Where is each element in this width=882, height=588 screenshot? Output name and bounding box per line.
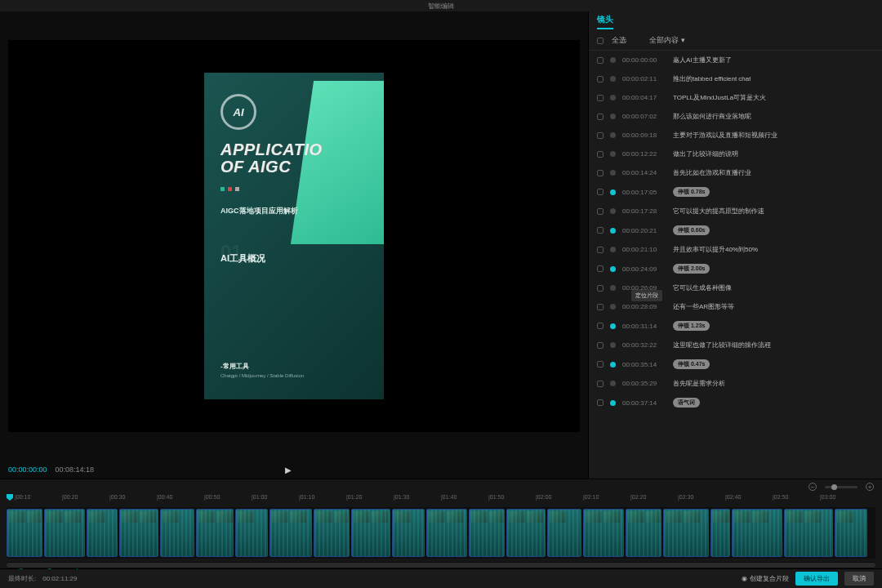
- slide-subtitle: AIGC落地项目应用解析: [220, 206, 368, 216]
- compound-clip-option[interactable]: ◉ 创建复合片段: [742, 574, 789, 583]
- segment-entry[interactable]: 00:00:20:21停顿 0.60s: [589, 220, 882, 240]
- entry-timecode: 00:00:31:14: [622, 323, 666, 330]
- entry-checkbox[interactable]: [597, 132, 604, 139]
- entry-checkbox[interactable]: [597, 399, 604, 406]
- entry-checkbox[interactable]: [597, 227, 604, 234]
- segment-entry[interactable]: 00:00:02:11推出的tabbed efficient chat: [589, 69, 882, 88]
- timeline-clip[interactable]: [732, 509, 782, 557]
- timeline-ruler[interactable]: |00:10|00:20|00:30|00:40|00:50|01:00|01:…: [0, 494, 882, 506]
- play-button[interactable]: ▶: [285, 466, 292, 474]
- entry-checkbox[interactable]: [597, 170, 604, 176]
- timeline-scrollbar[interactable]: [7, 562, 875, 568]
- segment-entry[interactable]: 00:00:31:14停顿 1.23s: [589, 316, 882, 336]
- pause-pill: 语气词: [673, 398, 700, 408]
- entry-timecode: 00:00:17:05: [622, 189, 666, 196]
- segment-entry[interactable]: 00:00:04:17TOPLL及MindJustLa可算是大火: [589, 88, 882, 107]
- segment-entry[interactable]: 00:00:14:24首先比如在游戏和直播行业: [589, 163, 882, 182]
- timeline-clip[interactable]: [351, 509, 390, 557]
- timeline-clip[interactable]: [426, 509, 467, 557]
- timeline-track[interactable]: VID_20230410_190854.mp4 00:03:4.15: [7, 507, 875, 559]
- timeline-clip[interactable]: [235, 509, 268, 557]
- ruler-tick: |01:20: [346, 494, 362, 500]
- entry-timecode: 00:00:35:29: [622, 380, 666, 387]
- segment-entry[interactable]: 00:00:07:02那么该如何进行商业落地呢: [589, 107, 882, 126]
- timeline-clip[interactable]: [547, 509, 581, 557]
- playhead[interactable]: [7, 494, 13, 501]
- ruler-tick: |00:10: [15, 494, 30, 500]
- zoom-out-button[interactable]: −: [808, 483, 817, 491]
- confirm-export-button[interactable]: 确认导出: [795, 572, 838, 586]
- ruler-tick: |02:30: [678, 494, 693, 500]
- timeline-clip[interactable]: [119, 509, 158, 557]
- segment-entry[interactable]: 00:00:28:09还有一些AR图形等等定位片段: [589, 297, 882, 316]
- entry-checkbox[interactable]: [597, 285, 604, 292]
- entry-timecode: 00:00:07:02: [622, 113, 666, 120]
- segment-entry[interactable]: 00:00:12:22做出了比较详细的说明: [589, 145, 882, 163]
- timeline-clip[interactable]: [626, 509, 662, 557]
- status-dot: [610, 247, 616, 252]
- entry-checkbox[interactable]: [597, 247, 604, 253]
- entry-text: 嘉人AI主播又更新了: [673, 56, 732, 65]
- status-dot: [610, 151, 616, 157]
- timeline-clip[interactable]: [314, 509, 350, 557]
- segment-entry[interactable]: 00:00:17:05停顿 0.78s: [589, 182, 882, 202]
- segment-entry[interactable]: 00:00:35:29首先呢是需求分析: [589, 374, 882, 393]
- titlebar: 智能编辑: [0, 0, 882, 11]
- entry-checkbox[interactable]: [597, 323, 604, 329]
- section-title: AI工具概况: [220, 252, 368, 265]
- timeline-clip[interactable]: [270, 509, 312, 557]
- entry-checkbox[interactable]: [597, 76, 604, 82]
- timeline-clip[interactable]: [710, 509, 730, 557]
- timeline-clip[interactable]: [196, 509, 234, 557]
- entries-list[interactable]: 00:00:00:00嘉人AI主播又更新了00:00:02:11推出的tabbe…: [589, 51, 882, 479]
- status-dot: [610, 381, 616, 386]
- entry-checkbox[interactable]: [597, 57, 604, 64]
- zoom-slider[interactable]: [825, 486, 858, 488]
- segment-entry[interactable]: 00:00:37:14语气词: [589, 393, 882, 412]
- timeline-clip[interactable]: [506, 509, 546, 557]
- entry-text: 首先呢是需求分析: [673, 379, 725, 388]
- entry-checkbox[interactable]: [597, 151, 604, 158]
- status-dot: [610, 189, 616, 195]
- entry-checkbox[interactable]: [597, 208, 604, 215]
- segment-entry[interactable]: 00:00:24:09停顿 2.00s: [589, 259, 882, 278]
- segment-entry[interactable]: 00:00:00:00嘉人AI主播又更新了: [589, 51, 882, 69]
- timeline-clip[interactable]: [469, 509, 505, 557]
- entry-checkbox[interactable]: [597, 114, 604, 120]
- entry-text: 并且效率可以提升40%到50%: [673, 245, 758, 254]
- entry-checkbox[interactable]: [597, 265, 604, 272]
- cancel-button[interactable]: 取消: [844, 572, 874, 586]
- entry-checkbox[interactable]: [597, 342, 604, 349]
- timeline-clip[interactable]: [784, 509, 833, 557]
- select-all-checkbox[interactable]: [597, 38, 604, 44]
- status-dot: [610, 208, 616, 214]
- video-canvas[interactable]: AI APPLICATIO OF AIGC AIGC落地项目应用解析 01 AI…: [8, 40, 580, 432]
- timeline-clip[interactable]: [835, 509, 867, 557]
- app-title: 智能编辑: [428, 2, 454, 11]
- segment-entry[interactable]: 00:00:17:28它可以提大的提高原型的制作速: [589, 202, 882, 220]
- entry-text: 首先比如在游戏和直播行业: [673, 168, 751, 177]
- entry-checkbox[interactable]: [597, 304, 604, 310]
- timeline-clip[interactable]: [7, 509, 42, 557]
- zoom-in-button[interactable]: +: [866, 483, 874, 491]
- segment-entry[interactable]: 00:00:32:22这里呢也做了比较详细的操作流程: [589, 336, 882, 354]
- ruler-tick: |02:10: [583, 494, 599, 500]
- tab-segments[interactable]: 镜头: [597, 14, 613, 29]
- timeline-clip[interactable]: [160, 509, 194, 557]
- status-dot: [610, 362, 616, 368]
- timeline-clip[interactable]: [44, 509, 85, 557]
- timeline-clip[interactable]: [392, 509, 425, 557]
- entry-checkbox[interactable]: [597, 189, 604, 195]
- segment-entry[interactable]: 00:00:35:14停顿 0.47s: [589, 354, 882, 374]
- timeline-clip[interactable]: [663, 509, 709, 557]
- entry-checkbox[interactable]: [597, 361, 604, 368]
- segment-entry[interactable]: 00:00:21:10并且效率可以提升40%到50%: [589, 240, 882, 259]
- entry-checkbox[interactable]: [597, 381, 604, 387]
- segment-entry[interactable]: 00:00:09:18主要对于游戏以及直播和短视频行业: [589, 126, 882, 145]
- entry-timecode: 00:00:00:00: [622, 56, 666, 64]
- timeline-clip[interactable]: [583, 509, 624, 557]
- ruler-tick: |01:50: [488, 494, 504, 500]
- timeline-clip[interactable]: [87, 509, 118, 557]
- filter-dropdown[interactable]: 全部内容 ▾: [649, 35, 685, 46]
- entry-checkbox[interactable]: [597, 95, 604, 101]
